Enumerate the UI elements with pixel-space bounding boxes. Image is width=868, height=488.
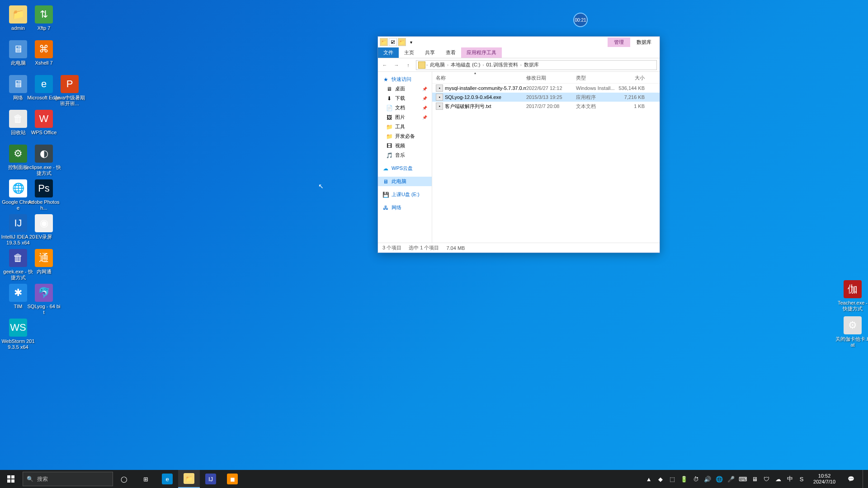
chevron-right-icon[interactable]: › <box>520 63 522 67</box>
tray-icon[interactable]: ◆ <box>657 475 664 483</box>
file-row[interactable]: ▪SQLyog-12.0.9-0.x64.exe2015/3/13 19:25应… <box>432 93 660 102</box>
taskbar-app-intellij[interactable]: IJ <box>200 470 222 488</box>
icon-label: Xftp 7 <box>38 25 51 31</box>
app-icon: W <box>35 110 53 128</box>
taskbar-clock[interactable]: 10:52 2024/7/10 <box>810 473 839 485</box>
nav-item[interactable]: 🎵音乐 <box>378 150 432 160</box>
desktop-icon-webstorm[interactable]: WSWebStorm 2019.3.5 x64 <box>1 319 35 350</box>
ribbon-tab-view[interactable]: 查看 <box>440 47 461 58</box>
crumb-this-pc[interactable]: 此电脑 <box>429 61 446 68</box>
show-desktop-button[interactable] <box>863 470 865 488</box>
ribbon-tab-apptools[interactable]: 应用程序工具 <box>461 47 502 58</box>
app-icon: ⇅ <box>35 5 53 23</box>
tray-icon[interactable]: 🎤 <box>727 475 735 483</box>
tray-icon[interactable]: ▲ <box>645 475 652 483</box>
chevron-right-icon[interactable]: › <box>447 63 448 67</box>
tray-icon[interactable]: ⬚ <box>669 475 676 483</box>
taskbar-app-explorer[interactable]: 📁 <box>178 470 200 488</box>
ribbon-tab-file[interactable]: 文件 <box>378 47 399 58</box>
status-selected-count: 选中 1 个项目 <box>409 244 439 251</box>
system-tray[interactable]: ▲◆⬚🔋⏱🔊🌐🎤⌨🖥🛡☁中S 10:52 2024/7/10 💬 <box>642 470 868 488</box>
crumb-folder-2[interactable]: 数据库 <box>523 61 540 68</box>
file-date: 2017/2/7 20:08 <box>526 103 576 109</box>
start-button[interactable] <box>0 470 22 488</box>
desktop-icon-teacher[interactable]: 伽Teacher.exe - 快捷方式 <box>835 280 868 312</box>
crumb-drive-c[interactable]: 本地磁盘 (C:) <box>449 61 481 68</box>
nav-item[interactable]: 📁开发必备 <box>378 131 432 141</box>
nav-forward-button[interactable]: → <box>392 61 401 69</box>
nav-item[interactable]: 🖥桌面📌 <box>378 84 432 94</box>
nav-item[interactable]: ⬇下载📌 <box>378 94 432 103</box>
desktop-icon-xftp[interactable]: ⇅Xftp 7 <box>27 5 61 31</box>
desktop-icon-close-card[interactable]: ⚙关闭伽卡他卡.bat <box>835 316 868 348</box>
tray-icon[interactable]: S <box>798 475 805 483</box>
breadcrumb[interactable]: › 此电脑 › 本地磁盘 (C:) › 01.训练营资料 › 数据库 <box>416 60 657 70</box>
col-name[interactable]: 名称 <box>436 75 526 81</box>
nav-pane[interactable]: ★快速访问 🖥桌面📌⬇下载📌📄文档📌🖼图片📌 📁工具📁开发必备🎞视频🎵音乐 ☁W… <box>378 72 432 243</box>
tray-icon[interactable]: 🌐 <box>716 475 723 483</box>
desktop-icon-wps[interactable]: WWPS Office <box>27 110 61 136</box>
tray-icon[interactable]: ☁ <box>774 475 782 483</box>
tray-icon[interactable]: 🔊 <box>704 475 711 483</box>
taskbar-app-taskview[interactable]: ⊞ <box>135 470 156 488</box>
desktop-icon-sqlyog[interactable]: 🐬SQLyog - 64 bit <box>27 284 61 315</box>
desktop-icon-ps[interactable]: PsAdobe Photosh... <box>27 179 61 211</box>
tray-icon[interactable]: 🛡 <box>763 475 770 483</box>
chevron-right-icon[interactable]: › <box>426 63 428 67</box>
tray-icon[interactable]: 中 <box>786 475 793 483</box>
nav-item[interactable]: 🎞视频 <box>378 141 432 150</box>
file-explorer-window[interactable]: 📁 🗹 📁 ▾ 管理 数据库 文件 主页 共享 查看 应用程序工具 ← → ↑ … <box>377 36 660 253</box>
app-icon: e <box>35 75 53 93</box>
tray-icon[interactable]: 🔋 <box>680 475 688 483</box>
nav-usb-drive[interactable]: 💾上课U盘 (E:) <box>378 190 432 199</box>
notifications-button[interactable]: 💬 <box>844 476 858 482</box>
nav-wps-cloud[interactable]: ☁WPS云盘 <box>378 164 432 173</box>
address-bar-row: ← → ↑ › 此电脑 › 本地磁盘 (C:) › 01.训练营资料 › 数据库 <box>378 58 660 72</box>
dropdown-icon[interactable]: ▾ <box>407 38 415 46</box>
nav-item[interactable]: 📄文档📌 <box>378 103 432 113</box>
tray-icon[interactable]: ⏱ <box>692 475 699 483</box>
taskbar-app-cortana[interactable]: ◯ <box>113 470 135 488</box>
desktop-icon-ev[interactable]: ◉EV录屏 <box>27 214 61 240</box>
taskbar-app-app-orange[interactable]: ◼ <box>222 470 243 488</box>
nav-quick-access[interactable]: ★快速访问 <box>378 75 432 84</box>
col-date[interactable]: 修改日期 <box>526 75 576 81</box>
desktop-icon-xshell[interactable]: ⌘Xshell 7 <box>27 40 61 66</box>
search-input[interactable]: 🔍 搜索 <box>23 472 113 486</box>
nav-item[interactable]: 🖼图片📌 <box>378 113 432 122</box>
taskbar[interactable]: 🔍 搜索 ◯⊞e📁IJ◼ ▲◆⬚🔋⏱🔊🌐🎤⌨🖥🛡☁中S 10:52 2024/7… <box>0 470 868 488</box>
desktop-icon-neiwang[interactable]: 通内网通 <box>27 249 61 275</box>
ribbon-tab-home[interactable]: 主页 <box>399 47 420 58</box>
app-icon: 通 <box>35 249 53 267</box>
network-icon: 🖧 <box>382 205 389 211</box>
nav-back-button[interactable]: ← <box>381 61 389 69</box>
file-icon: ▪ <box>436 84 443 92</box>
desktop-icon-eclipse[interactable]: ◐eclipse.exe - 快捷方式 <box>27 145 61 176</box>
file-icon: ▪ <box>436 103 443 110</box>
tray-icon[interactable]: ⌨ <box>739 475 746 483</box>
nav-item[interactable]: 📁工具 <box>378 122 432 131</box>
crumb-folder-1[interactable]: 01.训练营资料 <box>485 61 519 68</box>
chevron-right-icon[interactable]: › <box>482 63 484 67</box>
tray-icon[interactable]: 🖥 <box>751 475 758 483</box>
col-size[interactable]: 大小 <box>618 75 645 81</box>
app-icon: ⌘ <box>35 40 53 58</box>
nav-network[interactable]: 🖧网络 <box>378 203 432 212</box>
file-name: 客户端破解序列号.txt <box>445 103 526 110</box>
taskbar-app-edge[interactable]: e <box>156 470 178 488</box>
icon-label: Teacher.exe - 快捷方式 <box>835 300 868 312</box>
column-headers[interactable]: ▴ 名称 修改日期 类型 大小 <box>432 72 660 84</box>
file-list[interactable]: ▴ 名称 修改日期 类型 大小 ▪mysql-installer-communi… <box>432 72 660 243</box>
file-type: 应用程序 <box>576 94 618 101</box>
file-row[interactable]: ▪mysql-installer-community-5.7.37.0.msi2… <box>432 84 660 93</box>
properties-icon[interactable]: 🗹 <box>389 38 397 46</box>
nav-this-pc[interactable]: 🖥此电脑 <box>378 177 432 186</box>
titlebar[interactable]: 📁 🗹 📁 ▾ 管理 数据库 <box>378 37 660 47</box>
context-tab-manage[interactable]: 管理 <box>608 38 630 47</box>
nav-up-button[interactable]: ↑ <box>404 61 412 69</box>
col-type[interactable]: 类型 <box>576 75 618 81</box>
file-row[interactable]: ▪客户端破解序列号.txt2017/2/7 20:08文本文档1 KB <box>432 102 660 111</box>
app-icon: ✱ <box>9 284 27 302</box>
desktop-icon-java[interactable]: P Java中级暑期班开班... <box>52 75 87 107</box>
ribbon-tab-share[interactable]: 共享 <box>420 47 440 58</box>
